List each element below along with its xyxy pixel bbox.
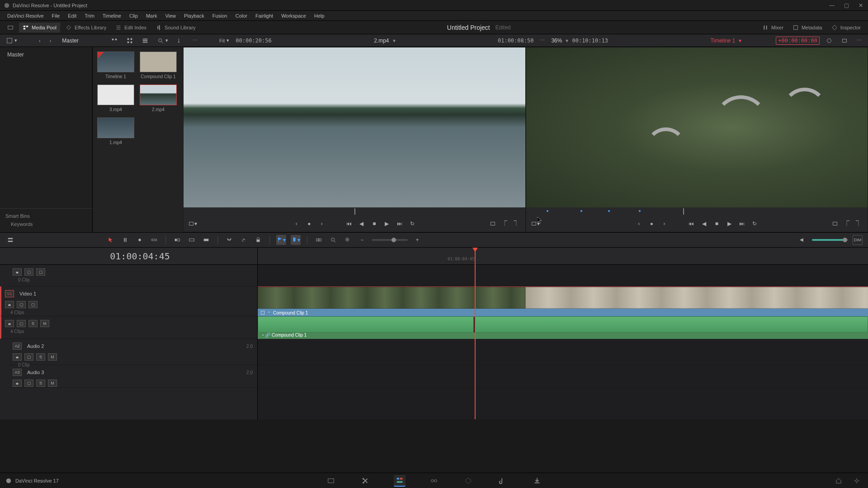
v1-dest-button[interactable]: V1 bbox=[5, 290, 14, 297]
view-thumbs-button[interactable] bbox=[108, 36, 120, 45]
a3-mute-button[interactable]: M bbox=[48, 380, 57, 387]
track-header-v1[interactable]: V1 Video 1 ▢ ▢ 4 Clips bbox=[0, 286, 257, 316]
clip-a1-seg1[interactable] bbox=[258, 316, 474, 333]
timeline-jog-left[interactable]: ‹ bbox=[634, 219, 643, 228]
nav-back-button[interactable]: ‹ bbox=[36, 37, 43, 45]
snapping-button[interactable] bbox=[224, 235, 234, 245]
source-jog-left[interactable]: ‹ bbox=[292, 219, 301, 228]
single-viewer-button[interactable] bbox=[839, 36, 850, 45]
track-lane-v1[interactable]: Compound Clip 1 bbox=[258, 286, 868, 316]
track-header-a3[interactable]: A3 Audio 3 2.0 ▢ S M bbox=[9, 365, 257, 388]
metadata-toggle[interactable]: Metadata bbox=[789, 23, 826, 33]
timeline-jog-dot[interactable]: ● bbox=[647, 219, 656, 228]
sort-button[interactable] bbox=[175, 36, 186, 45]
effects-library-toggle[interactable]: Effects Library bbox=[62, 23, 110, 33]
v1-lock-button[interactable] bbox=[5, 301, 14, 308]
v2-auto-select-button[interactable]: ▢ bbox=[24, 268, 33, 276]
v1-auto-select-button[interactable]: ▢ bbox=[17, 301, 26, 308]
smart-bins-header[interactable]: Smart Bins bbox=[4, 212, 89, 220]
menu-fairlight[interactable]: Fairlight bbox=[252, 12, 277, 19]
timeline-view-options-button[interactable] bbox=[5, 235, 15, 245]
track-lane-a3[interactable] bbox=[258, 365, 868, 388]
deliver-page-button[interactable] bbox=[531, 475, 543, 487]
source-play-button[interactable]: ▶ bbox=[382, 219, 392, 228]
a2-dest-button[interactable]: A2 bbox=[13, 343, 22, 350]
timeline-mark-in-button[interactable]: ⎾ bbox=[842, 219, 851, 228]
menu-timeline[interactable]: Timeline bbox=[99, 12, 125, 19]
nav-forward-button[interactable]: › bbox=[47, 37, 54, 45]
timeline-name-dropdown[interactable]: Timeline 1 bbox=[710, 38, 735, 44]
timeline-viewer-image[interactable] bbox=[526, 47, 868, 207]
media-pool-toggle[interactable]: Media Pool bbox=[19, 23, 60, 33]
home-button[interactable] bbox=[833, 475, 844, 487]
clip-a1-seg2[interactable] bbox=[475, 316, 868, 333]
insert-clip-button[interactable] bbox=[172, 235, 182, 245]
timeline-play-reverse-button[interactable]: ◀ bbox=[699, 219, 708, 228]
thumb-2mp4[interactable]: 2.mp4 bbox=[140, 84, 177, 112]
source-play-reverse-button[interactable]: ◀ bbox=[357, 219, 366, 228]
a3-auto-select-button[interactable]: ▢ bbox=[24, 380, 33, 387]
bin-mode-button[interactable]: ▾ bbox=[4, 36, 20, 45]
menu-trim[interactable]: Trim bbox=[81, 12, 98, 19]
v1-enable-button[interactable]: ▢ bbox=[28, 301, 38, 308]
edit-page-button[interactable] bbox=[394, 475, 406, 487]
zoom-out-button[interactable]: − bbox=[357, 235, 367, 245]
fusion-page-button[interactable] bbox=[428, 475, 440, 487]
project-settings-button[interactable] bbox=[851, 475, 863, 487]
menu-edit[interactable]: Edit bbox=[64, 12, 80, 19]
menu-file[interactable]: File bbox=[48, 12, 64, 19]
timeline-match-frame-button[interactable]: ▾ bbox=[531, 219, 540, 228]
timeline-first-frame-button[interactable]: ⏮ bbox=[687, 219, 696, 228]
media-page-button[interactable] bbox=[325, 475, 337, 487]
source-mark-in-button[interactable]: ⎾ bbox=[500, 219, 509, 228]
a1-lock-button[interactable] bbox=[5, 320, 14, 327]
dynamic-trim-button[interactable] bbox=[135, 235, 145, 245]
viewer-fit-dropdown[interactable]: Fit ▾ bbox=[217, 36, 232, 45]
zoom-in-button[interactable]: + bbox=[412, 235, 422, 245]
overwrite-clip-button[interactable] bbox=[187, 235, 197, 245]
breadcrumb-master[interactable]: Master bbox=[57, 38, 83, 44]
track-lane-a1[interactable]: ▫ 🔗 Compound Clip 1 bbox=[258, 316, 868, 339]
view-grid-button[interactable] bbox=[124, 36, 136, 45]
track-header-a1[interactable]: ▢ S M 4 Clips bbox=[0, 316, 257, 339]
minimize-button[interactable]: — bbox=[828, 2, 835, 9]
mute-button[interactable] bbox=[797, 235, 807, 245]
menu-fusion[interactable]: Fusion bbox=[209, 12, 231, 19]
menu-color[interactable]: Color bbox=[232, 12, 251, 19]
a1-auto-select-button[interactable]: ▢ bbox=[17, 320, 26, 327]
color-page-button[interactable] bbox=[462, 475, 474, 487]
menu-workspace[interactable]: Workspace bbox=[278, 12, 310, 19]
timeline-jog-right[interactable]: › bbox=[660, 219, 669, 228]
bin-master[interactable]: Master bbox=[3, 50, 90, 60]
menu-clip[interactable]: Clip bbox=[126, 12, 142, 19]
clip-v1-sheep[interactable] bbox=[525, 287, 868, 309]
timeline-tracks[interactable]: 01:00:04:45 Compound Clip 1 ▫ 🔗 Compound… bbox=[258, 248, 868, 419]
menu-view[interactable]: View bbox=[161, 12, 179, 19]
zoom-slider[interactable] bbox=[372, 239, 408, 241]
mixer-toggle[interactable]: Mixer bbox=[759, 23, 787, 33]
viewer-options-button[interactable]: ⋯ bbox=[537, 36, 547, 45]
timeline-scrub-bar[interactable] bbox=[526, 207, 868, 216]
clip-v1-road[interactable] bbox=[258, 287, 525, 309]
thumb-timeline1[interactable]: Timeline 1 bbox=[97, 52, 134, 79]
timeline-overlay-button[interactable] bbox=[830, 219, 840, 228]
a2-solo-button[interactable]: S bbox=[36, 353, 45, 361]
replace-clip-button[interactable] bbox=[201, 235, 211, 245]
menu-mark[interactable]: Mark bbox=[142, 12, 160, 19]
track-lane-a2[interactable] bbox=[258, 339, 868, 365]
thumb-3mp4[interactable]: 3.mp4 bbox=[97, 84, 134, 112]
a2-mute-button[interactable]: M bbox=[48, 353, 57, 361]
source-loop-button[interactable]: ↻ bbox=[408, 219, 417, 228]
bypass-button[interactable] bbox=[823, 36, 835, 45]
blade-tool-button[interactable] bbox=[149, 235, 159, 245]
smart-bin-keywords[interactable]: Keywords bbox=[4, 220, 89, 229]
timeline-options-button[interactable]: ⋯ bbox=[854, 36, 864, 45]
edit-index-toggle[interactable]: Edit Index bbox=[112, 23, 150, 33]
v2-lock-button[interactable] bbox=[13, 268, 22, 276]
a3-lock-button[interactable] bbox=[13, 380, 22, 387]
full-extent-zoom-button[interactable] bbox=[314, 235, 324, 245]
trim-tool-button[interactable] bbox=[120, 235, 130, 245]
selection-tool-button[interactable] bbox=[106, 235, 116, 245]
menu-help[interactable]: Help bbox=[311, 12, 328, 19]
maximize-button[interactable]: ▢ bbox=[843, 2, 850, 9]
